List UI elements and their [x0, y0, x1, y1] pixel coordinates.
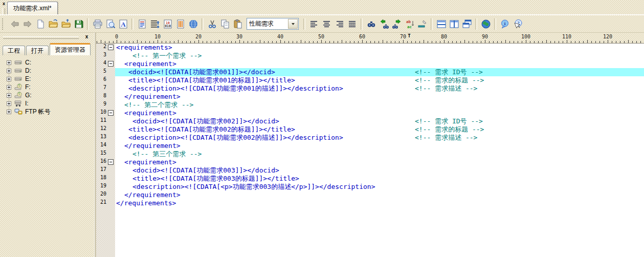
print-icon[interactable] [92, 18, 103, 30]
close-icon[interactable]: x [1, 1, 7, 7]
find-next-icon[interactable] [391, 18, 403, 30]
code-line-6[interactable]: <title><![CDATA[功能需求001的标题]]></title><!-… [115, 76, 644, 84]
schema-combo[interactable]: 性能需求 [247, 18, 299, 30]
code-text: <title><![CDATA[功能需求003的标题]]></title> [115, 175, 299, 182]
format-icon[interactable] [149, 18, 161, 30]
tabbar-grip[interactable] [2, 8, 5, 14]
ruler-number: 40 [277, 34, 283, 39]
svg-text:ab: ab [406, 19, 411, 24]
split-horizontal-icon[interactable] [435, 18, 447, 30]
toolbar-separator [131, 18, 134, 30]
tree-item[interactable]: E: [0, 75, 94, 83]
fold-collapse-icon[interactable] [108, 159, 114, 165]
code-line-14[interactable]: </requirement> [115, 142, 644, 150]
expand-plus-icon[interactable] [7, 77, 11, 81]
code-text: <description><![CDATA[功能需求001的描述]]></des… [115, 84, 343, 92]
fold-collapse-icon[interactable] [108, 61, 114, 67]
expand-plus-icon[interactable] [7, 85, 11, 90]
align-left-icon[interactable] [308, 18, 320, 30]
panel-tab-2[interactable]: 资源管理器 [50, 43, 91, 55]
panel-close-icon[interactable]: x [83, 34, 90, 40]
tree-item[interactable]: C: [0, 58, 94, 67]
expand-plus-icon[interactable] [7, 93, 11, 98]
code-line-8[interactable]: </requirement> [115, 93, 644, 101]
code-line-10[interactable]: <requirement> [115, 109, 644, 117]
open-folder-icon[interactable] [60, 18, 72, 30]
panel-grip[interactable] [3, 36, 79, 39]
code-line-3[interactable]: <!-- 第一个需求 --> [115, 52, 644, 60]
code-line-21[interactable]: </requirements> [115, 199, 644, 207]
expand-plus-icon[interactable] [7, 101, 11, 106]
code-line-19[interactable]: <description><![CDATA[<p>功能需求003的描述</p>]… [115, 183, 644, 191]
align-justify-icon[interactable] [346, 18, 358, 30]
code-line-12[interactable]: <title><![CDATA[功能需求002的标题]]></title><!-… [115, 125, 644, 134]
code-line-20[interactable]: </requirement> [115, 191, 644, 199]
line-number: 14 [96, 142, 106, 150]
side-panel: x 工程打开资源管理器 C:D:E:F:G:I:FTP 帐号 [0, 33, 94, 257]
code-line-4[interactable]: <requirement> [115, 60, 644, 68]
toolbar-separator [475, 18, 477, 30]
find-previous-icon[interactable] [378, 18, 390, 30]
open-file-icon[interactable] [47, 18, 59, 30]
split-vertical-icon[interactable] [448, 18, 460, 30]
cascade-windows-icon[interactable] [461, 18, 473, 30]
expand-plus-icon[interactable] [7, 110, 11, 114]
panel-tab-1[interactable]: 打开 [26, 46, 49, 55]
context-help-icon[interactable]: ? [512, 18, 523, 30]
back-icon[interactable] [9, 18, 20, 30]
code-line-16[interactable]: <requirement> [115, 158, 644, 166]
paste-icon[interactable] [232, 18, 243, 30]
new-document-icon[interactable] [34, 18, 46, 30]
svg-text:A: A [121, 20, 126, 28]
line-number: 20 [96, 191, 106, 199]
fold-collapse-icon[interactable] [108, 110, 114, 116]
tree-item[interactable]: FTP 帐号 [0, 108, 94, 116]
print-preview-icon[interactable] [104, 18, 116, 30]
expand-plus-icon[interactable] [7, 69, 11, 73]
save-icon[interactable] [73, 18, 84, 30]
align-center-icon[interactable] [321, 18, 332, 30]
tree-item[interactable]: G: [0, 91, 94, 99]
view-source-icon[interactable] [136, 18, 148, 30]
code-line-15[interactable]: <!-- 第三个需求 --> [115, 150, 644, 158]
fold-collapse-icon[interactable] [108, 45, 114, 50]
tree-item[interactable]: I: [0, 99, 94, 108]
code-line-7[interactable]: <description><![CDATA[功能需求001的描述]]></des… [115, 84, 644, 93]
replace-icon[interactable]: abac [404, 18, 415, 30]
code-line-13[interactable]: <description><![CDATA[功能需求002的描述]]></des… [115, 134, 644, 142]
align-right-icon[interactable] [334, 18, 345, 30]
copy-icon[interactable] [219, 18, 231, 30]
globe-icon[interactable] [480, 18, 492, 30]
schema-combo-value: 性能需求 [247, 19, 287, 28]
code-line-18[interactable]: <title><![CDATA[功能需求003的标题]]></title> [115, 175, 644, 183]
expand-plus-icon[interactable] [7, 60, 11, 65]
tree-item[interactable]: D: [0, 67, 94, 75]
validate-icon[interactable] [174, 18, 186, 30]
code-line-11[interactable]: <docid><![CDATA[功能需求002]]></docid><!-- 需… [115, 117, 644, 125]
document-tab[interactable]: 功能需求.xml* [7, 2, 58, 15]
code-line-17[interactable]: <docid><![CDATA[功能需求003]]></docid> [115, 166, 644, 175]
code-text: <requirement> [115, 109, 176, 117]
line-number: 10 [96, 109, 106, 117]
chevron-down-icon[interactable] [288, 19, 298, 29]
line-number: 5 [96, 68, 106, 76]
editor-pane: T 0102030405060708090100110120 234567891… [96, 33, 644, 257]
code-line-9[interactable]: <!-- 第二个需求 --> [115, 101, 644, 109]
horizontal-rule-icon[interactable] [416, 18, 428, 30]
toolbar-grip[interactable] [2, 18, 5, 30]
find-icon[interactable] [365, 18, 377, 30]
binary-icon[interactable]: 10010 [162, 18, 173, 30]
tree-item-label: FTP 帐号 [25, 108, 51, 116]
drive-icon [14, 75, 23, 83]
code-line-2[interactable]: <requirements> [115, 44, 644, 52]
font-icon[interactable]: A [117, 18, 129, 30]
tree-item[interactable]: F: [0, 83, 94, 91]
forward-icon[interactable] [21, 18, 33, 30]
code-area[interactable]: 23456789101112131415161718192021 <requir… [96, 44, 644, 257]
browser-icon[interactable] [187, 18, 199, 30]
cut-icon[interactable] [206, 18, 218, 30]
toolbar-separator [431, 18, 433, 30]
panel-tab-0[interactable]: 工程 [3, 46, 25, 55]
info-icon[interactable]: i [499, 18, 510, 30]
code-line-5[interactable]: <docid><![CDATA[功能需求001]]></docid><!-- 需… [115, 68, 644, 76]
